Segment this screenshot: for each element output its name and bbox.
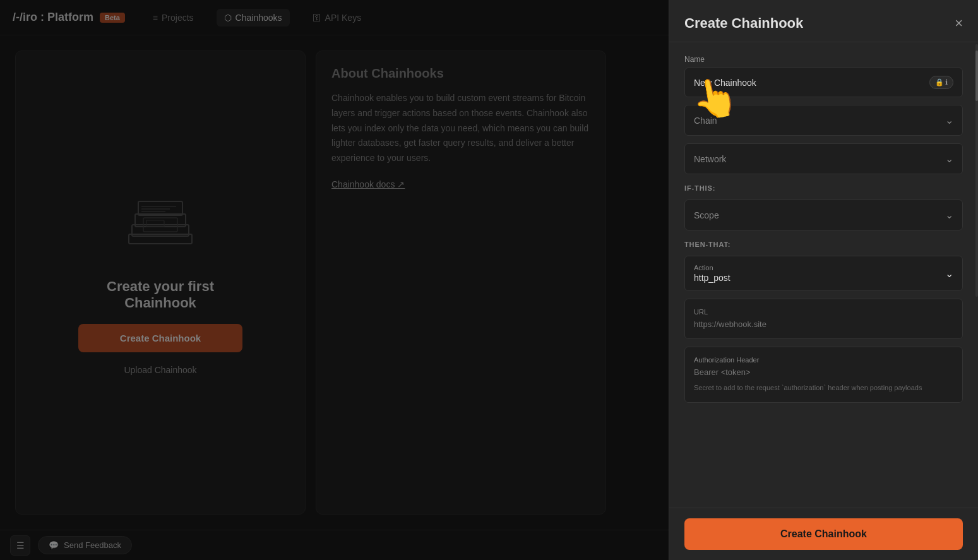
chain-dropdown[interactable]: Chain ⌄: [684, 105, 963, 136]
network-label: Network: [694, 154, 726, 164]
network-dropdown[interactable]: Network ⌄: [684, 143, 963, 174]
modal-title: Create Chainhook: [684, 15, 803, 32]
scroll-thumb: [975, 51, 978, 101]
auth-header-field[interactable]: Authorization Header Secret to add to th…: [684, 347, 963, 403]
name-input[interactable]: [694, 78, 929, 88]
name-field-group: Name 🔒 ℹ: [684, 55, 963, 97]
name-label: Name: [684, 55, 963, 64]
modal-close-button[interactable]: ×: [955, 16, 963, 30]
submit-create-chainhook-button[interactable]: Create Chainhook: [684, 518, 963, 550]
action-chevron-icon: ⌄: [945, 268, 953, 280]
modal-footer: Create Chainhook: [669, 508, 978, 560]
if-this-section-label: IF-THIS:: [684, 184, 963, 192]
auth-header-label: Authorization Header: [694, 356, 953, 364]
action-value: http_post: [694, 273, 731, 283]
scope-chevron-icon: ⌄: [945, 209, 953, 221]
create-chainhook-modal: Create Chainhook × Name 🔒 ℹ Chain ⌄ Netw…: [669, 0, 978, 560]
info-symbol: ℹ: [945, 78, 948, 86]
url-input[interactable]: [694, 319, 953, 329]
modal-header: Create Chainhook ×: [669, 0, 978, 42]
scope-dropdown[interactable]: Scope ⌄: [684, 200, 963, 230]
then-that-section-label: THEN-THAT:: [684, 241, 963, 248]
auth-field-hint: Secret to add to the request `authorizat…: [694, 383, 953, 393]
auth-header-input[interactable]: [694, 367, 953, 377]
lock-icon: 🔒 ℹ: [929, 76, 953, 89]
url-field[interactable]: URL: [684, 299, 963, 339]
modal-body: Name 🔒 ℹ Chain ⌄ Network ⌄ IF-THIS: Scop…: [669, 42, 978, 508]
action-dropdown[interactable]: Action http_post ⌄: [684, 256, 963, 291]
scope-label: Scope: [694, 210, 719, 220]
chain-label: Chain: [694, 116, 717, 126]
action-label-small: Action: [694, 264, 731, 271]
scroll-track: [975, 44, 978, 297]
chain-chevron-icon: ⌄: [945, 114, 953, 126]
lock-symbol: 🔒: [935, 78, 944, 86]
name-field-input[interactable]: 🔒 ℹ: [684, 68, 963, 97]
action-field-left: Action http_post: [694, 264, 731, 283]
network-chevron-icon: ⌄: [945, 153, 953, 165]
url-label: URL: [694, 308, 953, 316]
